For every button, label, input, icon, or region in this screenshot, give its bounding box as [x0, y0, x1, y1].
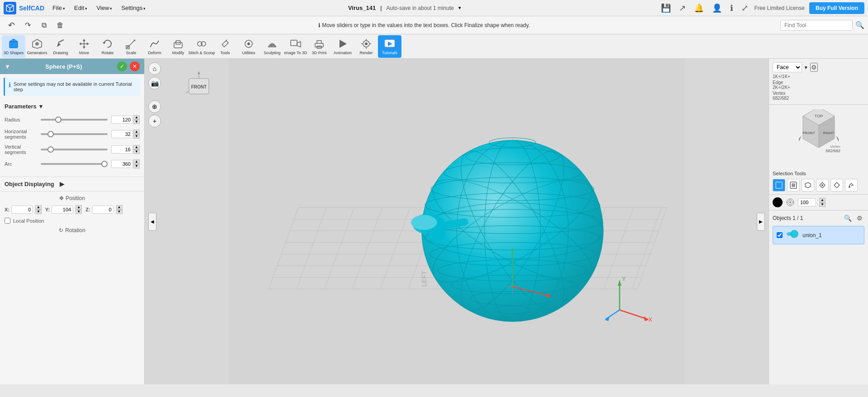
- view-mode-select[interactable]: Face Edge Vertex: [773, 62, 802, 72]
- tool-generators[interactable]: Generators: [25, 35, 49, 58]
- y-down[interactable]: ▼: [75, 210, 82, 214]
- panel-dropdown-button[interactable]: ▼: [5, 63, 10, 70]
- tool-animation[interactable]: Animation: [331, 35, 354, 58]
- tutorials-icon: [384, 38, 396, 50]
- param-arc-slider[interactable]: [41, 163, 108, 165]
- param-h-segments-slider[interactable]: [41, 133, 108, 135]
- param-v-segments-input[interactable]: [111, 145, 133, 154]
- param-radius-down[interactable]: ▼: [133, 120, 140, 124]
- viewport-scroll-right[interactable]: ▶: [757, 213, 765, 231]
- texture-button[interactable]: [785, 197, 795, 207]
- param-v-segments-down[interactable]: ▼: [133, 149, 140, 154]
- x-up[interactable]: ▲: [35, 205, 42, 210]
- panel-cancel-button[interactable]: ✕: [130, 61, 140, 71]
- viewport-camera-button[interactable]: 📷: [148, 77, 161, 89]
- find-tool-input[interactable]: [780, 20, 853, 31]
- view-mode-arrow[interactable]: ▾: [805, 65, 807, 70]
- tool-rotate[interactable]: Rotate: [96, 35, 119, 58]
- color-swatch[interactable]: [773, 197, 783, 207]
- param-h-segments-down[interactable]: ▼: [133, 134, 140, 139]
- utilities-icon: [243, 38, 255, 50]
- panel-ok-button[interactable]: ✓: [117, 61, 127, 71]
- param-h-segments-up[interactable]: ▲: [133, 130, 140, 134]
- share-icon[interactable]: ↗: [677, 1, 688, 15]
- viewport-scroll-left[interactable]: ◀: [148, 213, 156, 231]
- rotation-row[interactable]: ↻ Rotation: [5, 227, 140, 234]
- menu-file[interactable]: File▾: [48, 2, 70, 14]
- objects-settings-button[interactable]: ⚙: [854, 213, 864, 223]
- view-mode-settings-button[interactable]: ⚙: [810, 63, 818, 72]
- svg-text:RIGHT: RIGHT: [823, 131, 834, 135]
- sel-tool-paint[interactable]: [845, 179, 858, 191]
- z-down[interactable]: ▼: [116, 210, 123, 214]
- z-input[interactable]: [92, 206, 114, 214]
- opacity-input[interactable]: [798, 198, 816, 206]
- param-radius-slider[interactable]: [41, 119, 108, 121]
- local-position-checkbox[interactable]: [5, 218, 10, 224]
- tool-sculpting[interactable]: Sculpting: [260, 35, 284, 58]
- tool-scale[interactable]: Scale: [119, 35, 143, 58]
- duplicate-button[interactable]: ⧉: [36, 18, 52, 33]
- z-up[interactable]: ▲: [116, 205, 123, 210]
- object-list-item[interactable]: union_1: [773, 226, 864, 244]
- opacity-down[interactable]: ▼: [819, 202, 826, 207]
- param-v-segments-slider[interactable]: [41, 149, 108, 150]
- autosave-arrow[interactable]: ▾: [458, 5, 461, 11]
- buy-full-version-button[interactable]: Buy Full Version: [809, 2, 864, 14]
- param-radius-up[interactable]: ▲: [133, 115, 140, 120]
- fullscreen-icon[interactable]: ⤢: [740, 1, 750, 15]
- menu-edit[interactable]: Edit▾: [70, 2, 92, 14]
- notifications-icon[interactable]: 🔔: [692, 1, 706, 15]
- viewport[interactable]: ◀ ▶ ⌂ 📷 ⊕ + FRONT: [145, 59, 769, 384]
- menu-view[interactable]: View▾: [92, 2, 117, 14]
- tool-drawing[interactable]: Drawing: [49, 35, 72, 58]
- sel-tool-edge[interactable]: [830, 179, 843, 191]
- tool-stitch-scoop[interactable]: Stitch & Scoop: [190, 35, 213, 58]
- param-arc-up[interactable]: ▲: [133, 159, 140, 164]
- tool-tutorials[interactable]: Tutorials: [378, 35, 401, 58]
- opacity-up[interactable]: ▲: [819, 198, 826, 202]
- x-down[interactable]: ▼: [35, 210, 42, 214]
- delete-button[interactable]: 🗑: [52, 18, 68, 33]
- sel-tool-cube[interactable]: [802, 179, 814, 191]
- tool-tools[interactable]: Tools: [213, 35, 237, 58]
- y-input[interactable]: [52, 206, 73, 214]
- viewport-compass-button[interactable]: ⊕: [148, 100, 161, 113]
- tool-utilities[interactable]: Utilities: [237, 35, 260, 58]
- tool-3d-shapes[interactable]: 3D Shapes: [2, 35, 25, 58]
- params-header[interactable]: Parameters ▾: [5, 103, 140, 110]
- save-icon[interactable]: 💾: [659, 1, 673, 15]
- param-arc-down[interactable]: ▼: [133, 164, 140, 168]
- tool-modify[interactable]: Modify: [166, 35, 190, 58]
- tool-deform[interactable]: Deform: [143, 35, 166, 58]
- param-arc-input[interactable]: [111, 160, 133, 168]
- x-input[interactable]: [11, 206, 33, 214]
- param-h-segments-input[interactable]: [111, 130, 133, 138]
- tool-image-to-3d[interactable]: Image To 3D: [284, 35, 307, 58]
- undo-button[interactable]: ↶: [4, 18, 19, 33]
- sel-tool-box[interactable]: [773, 179, 785, 191]
- object-checkbox[interactable]: [777, 232, 783, 238]
- view-cube-preview[interactable]: TOP RIGHT FRONT Vertex 682/682: [792, 109, 846, 163]
- info-icon[interactable]: ℹ: [728, 1, 735, 15]
- preview-box-container: TOP RIGHT FRONT Vertex 682/682: [769, 105, 868, 168]
- param-radius-input[interactable]: [111, 116, 133, 124]
- y-up[interactable]: ▲: [75, 205, 82, 210]
- redo-button[interactable]: ↷: [20, 18, 35, 33]
- objects-search-button[interactable]: 🔍: [843, 213, 853, 223]
- viewport-home-button[interactable]: ⌂: [148, 62, 161, 75]
- viewport-plus-button[interactable]: +: [148, 115, 161, 127]
- tool-3d-print[interactable]: 3D Print: [307, 35, 331, 58]
- view-cube[interactable]: FRONT: [181, 66, 217, 108]
- tool-render[interactable]: Render: [354, 35, 378, 58]
- find-tool-button[interactable]: 🔍: [855, 21, 864, 29]
- account-icon[interactable]: 👤: [710, 1, 724, 15]
- obj-displaying-arrow: ▶: [60, 181, 64, 187]
- autosave-status[interactable]: Auto-save in about 1 minute: [387, 5, 454, 11]
- tool-move[interactable]: Move: [72, 35, 96, 58]
- sel-tool-sphere[interactable]: [787, 179, 800, 191]
- param-v-segments-up[interactable]: ▲: [133, 145, 140, 149]
- menu-settings[interactable]: Settings▾: [117, 2, 150, 14]
- object-displaying-header[interactable]: Object Displaying ▶: [5, 181, 140, 187]
- sel-tool-face[interactable]: [816, 179, 829, 191]
